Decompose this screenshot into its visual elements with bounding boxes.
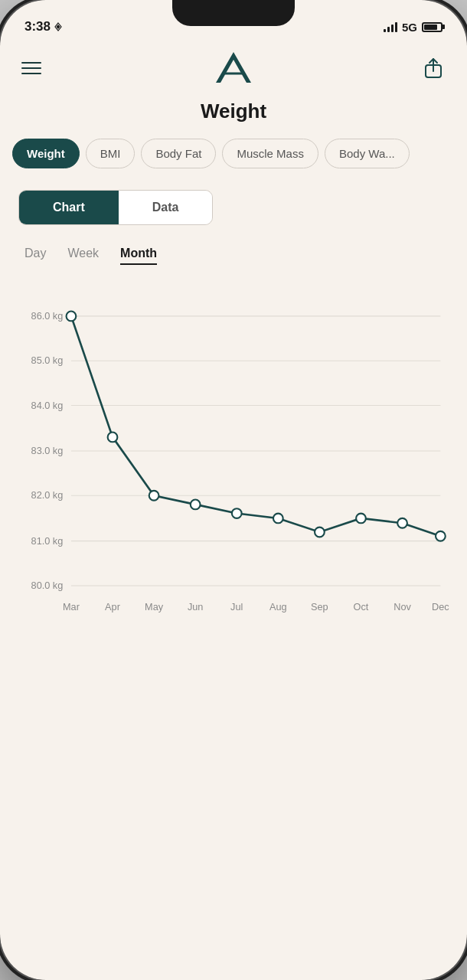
tab-weight[interactable]: Weight (12, 139, 80, 168)
svg-point-26 (108, 433, 118, 443)
svg-point-34 (436, 531, 446, 541)
data-view-button[interactable]: Data (119, 191, 213, 224)
svg-text:Jun: Jun (188, 601, 204, 612)
svg-point-27 (149, 491, 159, 501)
svg-point-31 (315, 528, 325, 537)
status-time: 3:38 (24, 19, 63, 34)
hamburger-icon (21, 73, 41, 74)
nav-bar (0, 43, 467, 96)
svg-text:80.0 kg: 80.0 kg (31, 580, 64, 591)
tab-body-fat[interactable]: Body Fat (141, 139, 216, 168)
svg-text:Nov: Nov (394, 601, 411, 612)
svg-text:Dec: Dec (432, 601, 449, 612)
svg-text:May: May (145, 601, 164, 612)
svg-text:Sep: Sep (311, 601, 328, 612)
chart-view-button[interactable]: Chart (19, 191, 119, 224)
svg-text:Jul: Jul (230, 601, 243, 612)
svg-text:Apr: Apr (105, 601, 121, 612)
hamburger-icon (21, 67, 41, 69)
menu-button[interactable] (21, 56, 46, 80)
hamburger-icon (21, 62, 41, 64)
tab-month[interactable]: Month (120, 247, 157, 265)
svg-text:82.0 kg: 82.0 kg (31, 489, 64, 501)
phone-frame: 3:38 5G (0, 0, 467, 980)
page-title: Weight (0, 96, 467, 139)
svg-text:81.0 kg: 81.0 kg (31, 535, 64, 547)
view-toggle: Chart Data (18, 190, 213, 225)
status-right: 5G (384, 21, 443, 34)
weight-chart: 86.0 kg 85.0 kg 84.0 kg 83.0 kg 82.0 kg … (18, 277, 449, 651)
svg-text:86.0 kg: 86.0 kg (31, 310, 64, 322)
category-tabs: Weight BMI Body Fat Muscle Mass Body Wa.… (0, 139, 467, 168)
svg-point-32 (356, 514, 366, 524)
tab-body-water[interactable]: Body Wa... (325, 139, 410, 168)
battery-icon (422, 22, 443, 32)
svg-point-30 (273, 514, 283, 524)
network-type: 5G (402, 21, 417, 34)
logo-icon (213, 49, 254, 87)
svg-text:Oct: Oct (354, 601, 369, 612)
svg-point-33 (397, 518, 407, 528)
tab-day[interactable]: Day (24, 247, 46, 265)
phone-screen: 3:38 5G (0, 0, 467, 980)
tab-week[interactable]: Week (67, 247, 99, 265)
tab-muscle-mass[interactable]: Muscle Mass (222, 139, 318, 168)
share-button[interactable] (421, 56, 446, 80)
svg-point-28 (191, 500, 201, 510)
svg-text:84.0 kg: 84.0 kg (31, 400, 64, 411)
notch (172, 0, 295, 26)
svg-text:Aug: Aug (269, 601, 287, 612)
chart-container: 86.0 kg 85.0 kg 84.0 kg 83.0 kg 82.0 kg … (0, 277, 467, 669)
svg-point-25 (67, 312, 77, 322)
location-icon (54, 22, 63, 31)
tab-bmi[interactable]: BMI (86, 139, 136, 168)
svg-text:85.0 kg: 85.0 kg (31, 354, 64, 366)
share-icon (423, 57, 443, 79)
app-logo (213, 49, 254, 87)
svg-text:83.0 kg: 83.0 kg (31, 445, 64, 456)
period-tabs: Day Week Month (0, 247, 467, 265)
svg-text:Mar: Mar (63, 601, 80, 612)
svg-point-29 (232, 508, 242, 518)
signal-bars-icon (384, 21, 397, 32)
